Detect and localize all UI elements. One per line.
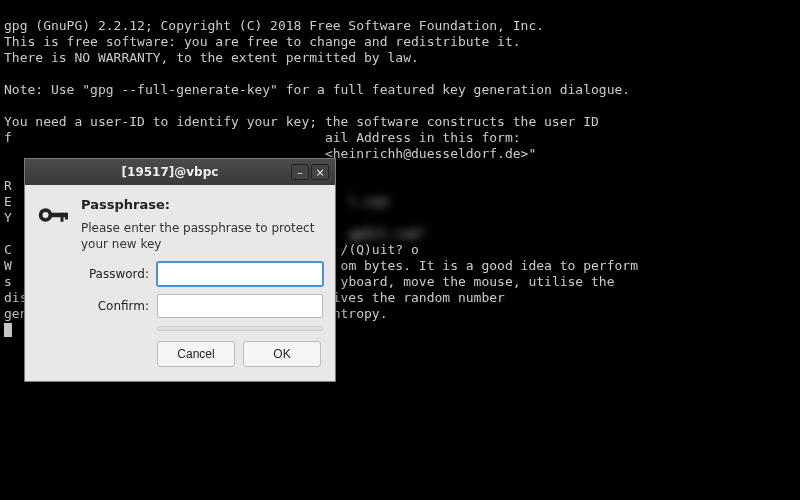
dialog-titlebar[interactable]: [19517]@vbpc – ×	[25, 159, 335, 185]
svg-rect-4	[65, 213, 68, 220]
term-line: R	[4, 178, 12, 193]
term-line: This is free software: you are free to c…	[4, 34, 521, 49]
close-button[interactable]: ×	[311, 164, 329, 180]
ok-button[interactable]: OK	[243, 341, 321, 367]
term-line: Y	[4, 210, 12, 225]
svg-point-1	[43, 212, 49, 218]
minimize-button[interactable]: –	[291, 164, 309, 180]
key-icon	[35, 197, 71, 371]
term-line: gpg (GnuPG) 2.2.12; Copyright (C) 2018 F…	[4, 18, 544, 33]
dialog-heading: Passphrase:	[81, 197, 323, 212]
svg-rect-3	[61, 213, 64, 222]
term-line: Note: Use "gpg --full-generate-key" for …	[4, 82, 630, 97]
term-line: f ail Address in this form:	[4, 130, 521, 145]
dialog-message: Please enter the passphrase to protect y…	[81, 220, 323, 252]
term-line: You need a user-ID to identify your key;…	[4, 114, 599, 129]
confirm-input[interactable]	[157, 294, 323, 318]
password-input[interactable]	[157, 262, 323, 286]
term-line: There is NO WARRANTY, to the extent perm…	[4, 50, 419, 65]
strength-meter	[157, 326, 323, 331]
passphrase-dialog: [19517]@vbpc – × Passphrase: Please ente…	[24, 158, 336, 382]
cancel-button[interactable]: Cancel	[157, 341, 235, 367]
dialog-title: [19517]@vbpc	[51, 165, 289, 179]
password-label: Password:	[81, 267, 149, 281]
svg-rect-2	[50, 213, 67, 218]
confirm-label: Confirm:	[81, 299, 149, 313]
terminal-cursor	[4, 323, 12, 337]
